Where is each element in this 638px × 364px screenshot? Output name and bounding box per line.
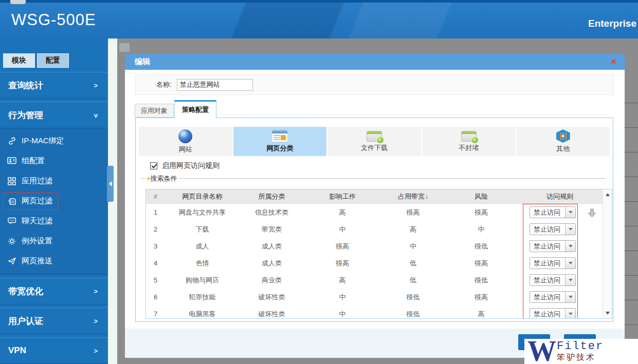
cell-risk: 很高 bbox=[445, 289, 517, 305]
enable-rule-label: 启用网页访问规则 bbox=[162, 161, 220, 170]
enable-rule-row: 启用网页访问规则 bbox=[150, 161, 220, 170]
watermark-brand: Filter bbox=[557, 341, 604, 352]
plus-icon: + bbox=[147, 175, 151, 182]
col-bandwidth[interactable]: 占用带宽↓ bbox=[381, 189, 445, 203]
app-window: WSG-500E Enterprise 模块 配置 查询统计 > 行为管理 v … bbox=[0, 0, 638, 364]
table-row: 1 网盘与文件共享 信息技术类 高 很高 很高 禁止访问 bbox=[146, 204, 603, 221]
cell-index: 5 bbox=[146, 272, 165, 289]
rule-select[interactable]: 禁止访问 bbox=[530, 206, 576, 218]
sidebar-item-label: 查询统计 bbox=[8, 80, 43, 91]
col-category[interactable]: 所属分类 bbox=[240, 189, 304, 203]
col-rule[interactable]: 访问规则 bbox=[517, 189, 603, 203]
chevron-right-icon: > bbox=[94, 347, 98, 355]
sidebar-item-app-filter[interactable]: 应用过滤 bbox=[0, 171, 108, 191]
chevron-down-icon[interactable] bbox=[565, 207, 575, 218]
cell-category: 成人类 bbox=[240, 238, 304, 255]
tab-web-category[interactable]: 网页分类 bbox=[233, 127, 327, 156]
sidebar-item-bandwidth-opt[interactable]: 带宽优化 > bbox=[0, 278, 108, 304]
rule-select[interactable]: 禁止访问 bbox=[530, 308, 576, 318]
rule-select[interactable]: 禁止访问 bbox=[530, 257, 576, 269]
sidebar-item-behavior-mgmt[interactable]: 行为管理 v bbox=[0, 102, 108, 128]
search-condition-label[interactable]: +搜索条件 bbox=[145, 174, 179, 183]
tab-config[interactable]: 配置 bbox=[37, 53, 69, 68]
cell-impact: 中 bbox=[304, 289, 381, 305]
sidebar-item-vpn[interactable]: VPN > bbox=[0, 337, 108, 364]
rule-select[interactable]: 禁止访问 bbox=[530, 240, 576, 252]
sidebar-item-query-stats[interactable]: 查询统计 > bbox=[0, 72, 108, 99]
watermark-w-logo: W bbox=[527, 339, 556, 363]
chevron-down-icon[interactable] bbox=[565, 224, 575, 235]
dialog-title: 编辑 bbox=[135, 57, 150, 67]
cell-category: 带宽类 bbox=[240, 221, 304, 238]
sidebar-item-user-auth[interactable]: 用户认证 > bbox=[0, 308, 108, 334]
link-icon bbox=[7, 137, 17, 145]
sidebar-item-exception-settings[interactable]: 例外设置 bbox=[0, 231, 108, 251]
cell-risk: 高 bbox=[445, 305, 517, 318]
col-name[interactable]: 网页目录名称 bbox=[165, 189, 240, 203]
tab-website[interactable]: 网站 bbox=[139, 127, 232, 156]
chevron-down-icon[interactable] bbox=[565, 241, 575, 252]
cell-bandwidth: 低 bbox=[381, 255, 445, 272]
grid-icon bbox=[7, 177, 17, 185]
background-table-rows bbox=[624, 79, 638, 364]
col-risk[interactable]: 风险 bbox=[445, 189, 517, 203]
webpage-icon bbox=[271, 130, 288, 142]
cell-risk: 很高 bbox=[445, 204, 517, 221]
table-scrollbar[interactable] bbox=[603, 189, 612, 318]
cell-bandwidth: 很低 bbox=[381, 289, 445, 305]
sidebar-item-web-filter[interactable]: 网页过滤 bbox=[0, 191, 108, 211]
sidebar-collapse-handle[interactable] bbox=[107, 166, 114, 202]
tab-no-block[interactable]: ↓ 不封堵 bbox=[422, 127, 516, 156]
gear-icon bbox=[7, 237, 17, 245]
watermark-subtitle: 笨驴技术 bbox=[557, 352, 604, 362]
apply-all-arrow-icon[interactable] bbox=[587, 208, 597, 220]
dialog-header: 编辑 × bbox=[125, 54, 625, 70]
tab-apply-target[interactable]: 应用对象 bbox=[135, 104, 174, 118]
col-index[interactable]: # bbox=[146, 189, 165, 203]
scroll-up-icon[interactable] bbox=[606, 193, 610, 196]
rule-select[interactable]: 禁止访问 bbox=[530, 291, 576, 303]
cell-impact: 中 bbox=[304, 305, 381, 318]
rule-select[interactable]: 禁止访问 bbox=[530, 223, 576, 235]
sidebar-item-group-config[interactable]: 组配置 bbox=[0, 151, 108, 171]
sidebar-item-label: 用户认证 bbox=[8, 315, 43, 327]
sidebar-item-label: 网页推送 bbox=[22, 256, 52, 266]
rule-select[interactable]: 禁止访问 bbox=[530, 274, 576, 286]
name-input[interactable] bbox=[177, 79, 253, 91]
table-row: 4 色情 成人类 很高 低 很高 禁止访问 bbox=[146, 255, 603, 272]
browser-notch bbox=[10, 0, 26, 4]
sidebar: 模块 配置 查询统计 > 行为管理 v IP-MAC绑定 组配置 bbox=[0, 39, 108, 364]
id-card-icon bbox=[7, 157, 17, 165]
tab-file-download[interactable]: ↓ 文件下载 bbox=[327, 127, 421, 156]
cell-name: 成人 bbox=[165, 238, 240, 255]
enable-rule-checkbox[interactable] bbox=[150, 162, 157, 169]
chevron-down-icon[interactable] bbox=[565, 292, 575, 302]
vendor-watermark: W Filter 笨驴技术 bbox=[524, 339, 638, 364]
col-impact[interactable]: 影响工作 bbox=[304, 189, 381, 203]
sidebar-item-label: 组配置 bbox=[22, 156, 45, 166]
cell-risk: 很低 bbox=[445, 238, 517, 255]
globe-icon bbox=[178, 129, 192, 143]
cell-index: 1 bbox=[146, 204, 165, 221]
close-icon[interactable]: × bbox=[611, 56, 616, 67]
scroll-down-icon[interactable] bbox=[606, 312, 610, 315]
chevron-down-icon[interactable] bbox=[565, 275, 575, 285]
chevron-right-icon: > bbox=[94, 82, 98, 89]
chevron-down-icon[interactable] bbox=[565, 309, 575, 318]
cell-impact: 高 bbox=[304, 272, 381, 289]
tab-label: 网站 bbox=[179, 145, 192, 154]
chevron-down-icon[interactable] bbox=[565, 258, 575, 269]
tab-other[interactable]: 其他 bbox=[516, 127, 610, 156]
table-row: 5 购物与网店 商业类 高 低 很低 禁止访问 bbox=[146, 272, 603, 289]
sidebar-item-chat-filter[interactable]: 聊天过滤 bbox=[0, 211, 108, 231]
tab-label: 网页分类 bbox=[266, 144, 293, 153]
sidebar-item-web-push[interactable]: 网页推送 bbox=[0, 251, 108, 271]
category-tab-strip: 网站 网页分类 ↓ 文件下载 ↓ 不封堵 其他 bbox=[139, 127, 610, 156]
table-row: 6 犯罪技能 破坏性类 中 很低 很高 禁止访问 bbox=[146, 289, 603, 305]
tab-policy-config[interactable]: 策略配置 bbox=[174, 100, 216, 118]
cell-name: 色情 bbox=[165, 255, 240, 272]
sidebar-item-ip-mac[interactable]: IP-MAC绑定 bbox=[0, 131, 108, 151]
tab-modules[interactable]: 模块 bbox=[3, 53, 35, 68]
cell-category: 破坏性类 bbox=[240, 305, 304, 318]
policy-config-panel: 网站 网页分类 ↓ 文件下载 ↓ 不封堵 其他 bbox=[135, 118, 613, 322]
